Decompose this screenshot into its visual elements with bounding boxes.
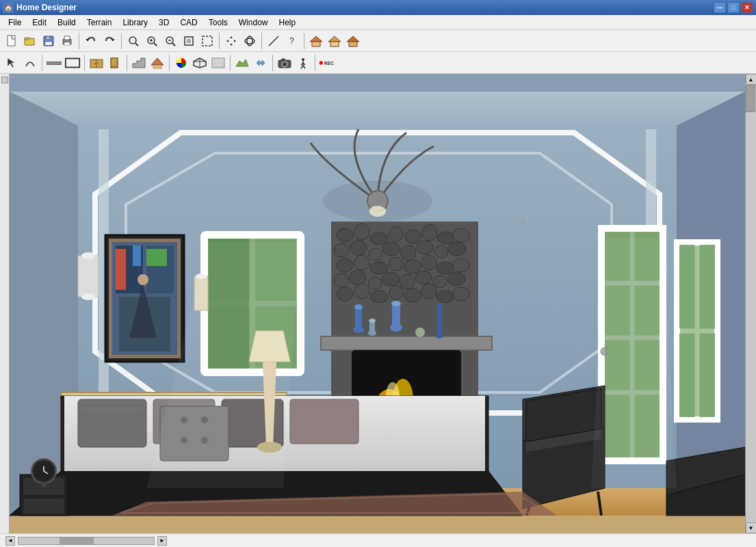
svg-marker-24 [230, 44, 233, 46]
canvas-area[interactable] [10, 74, 745, 533]
zoom-box-button[interactable] [198, 32, 216, 50]
svg-point-129 [415, 271, 432, 284]
menu-3d[interactable]: 3D [153, 15, 174, 29]
scroll-track[interactable] [746, 85, 756, 522]
scroll-down-arrow[interactable]: ▼ [746, 522, 757, 533]
window-title: Home Designer [16, 3, 714, 12]
arc-tool[interactable] [21, 54, 39, 72]
horizontal-scroll-thumb[interactable] [60, 537, 94, 544]
svg-point-104 [405, 230, 421, 243]
redo-button[interactable] [101, 32, 118, 50]
room-tool[interactable] [64, 54, 81, 72]
minimize-button[interactable]: — [714, 2, 726, 13]
svg-point-215 [41, 482, 47, 488]
svg-point-114 [434, 245, 448, 258]
main-area: ▲ ▼ [0, 74, 756, 533]
door-tool[interactable] [106, 54, 124, 72]
measure-button[interactable]: ? [283, 32, 301, 50]
orbit-button[interactable] [241, 32, 259, 50]
pan-button[interactable] [222, 32, 240, 50]
cabinet-tool[interactable] [88, 54, 105, 72]
menu-bar: File Edit Build Terrain Library 3D CAD T… [0, 15, 756, 30]
interior-view-button[interactable] [344, 32, 362, 50]
stair-tool[interactable] [130, 54, 148, 72]
svg-rect-4 [46, 36, 50, 40]
svg-rect-142 [355, 307, 362, 330]
svg-point-119 [389, 257, 403, 271]
menu-edit[interactable]: Edit [27, 15, 52, 29]
separator [169, 55, 170, 71]
svg-point-173 [81, 252, 95, 259]
svg-point-152 [415, 328, 425, 337]
separator [272, 55, 273, 71]
svg-point-143 [354, 304, 363, 310]
menu-help[interactable]: Help [273, 15, 301, 29]
svg-line-29 [269, 36, 278, 46]
zoom-fit-button[interactable] [180, 32, 198, 50]
roof-tool[interactable] [148, 54, 166, 72]
svg-line-14 [154, 43, 157, 46]
zoom-magnify-button[interactable] [125, 32, 142, 50]
floor-plan-button[interactable] [326, 32, 343, 50]
left-sidebar [0, 74, 10, 533]
horizontal-scroll-track[interactable] [18, 537, 155, 545]
material-tool[interactable] [191, 54, 209, 72]
svg-line-71 [303, 66, 305, 68]
toolbar-main: ? [0, 30, 756, 52]
maximize-button[interactable]: □ [727, 2, 740, 13]
wall-tool[interactable] [45, 54, 63, 72]
svg-point-117 [354, 255, 369, 270]
svg-point-93 [369, 206, 386, 217]
menu-cad[interactable]: CAD [174, 15, 203, 29]
svg-point-42 [94, 63, 96, 64]
svg-point-112 [401, 245, 416, 261]
svg-rect-36 [349, 42, 357, 46]
scroll-up-arrow[interactable]: ▲ [746, 74, 757, 85]
svg-point-151 [436, 334, 443, 338]
zoom-in-button[interactable] [143, 32, 161, 50]
svg-point-130 [433, 276, 447, 288]
svg-point-106 [437, 232, 455, 244]
menu-terrain[interactable]: Terrain [81, 15, 118, 29]
select-tool[interactable] [3, 54, 21, 72]
zoom-out-button[interactable] [161, 32, 179, 50]
walkthrough-tool[interactable] [294, 54, 312, 72]
new-button[interactable] [3, 32, 21, 50]
svg-point-124 [334, 274, 349, 287]
svg-rect-38 [47, 62, 62, 64]
texture-tool[interactable] [209, 54, 227, 72]
exterior-view-button[interactable] [307, 32, 325, 50]
open-button[interactable] [21, 32, 39, 50]
print-button[interactable] [58, 32, 76, 50]
svg-rect-150 [437, 304, 442, 336]
menu-tools[interactable]: Tools [203, 15, 233, 29]
toolbar-tools: REC [0, 52, 756, 74]
separator [42, 55, 42, 71]
svg-rect-21 [187, 39, 191, 43]
move-tool[interactable] [252, 54, 270, 72]
line-tool[interactable] [265, 32, 283, 50]
menu-window[interactable]: Window [233, 15, 274, 29]
menu-file[interactable]: File [3, 15, 27, 29]
h-scroll-left[interactable]: ◄ [5, 536, 15, 546]
svg-marker-33 [328, 36, 341, 42]
svg-point-131 [447, 272, 465, 286]
record-button[interactable]: REC [318, 54, 336, 72]
menu-library[interactable]: Library [117, 15, 153, 29]
svg-point-100 [337, 228, 353, 242]
svg-point-126 [368, 277, 382, 289]
close-button[interactable]: ✕ [741, 2, 753, 13]
room-scene[interactable] [10, 74, 745, 533]
color-tool[interactable] [172, 54, 190, 72]
h-scroll-right[interactable]: ► [157, 536, 167, 546]
vertical-scrollbar[interactable]: ▲ ▼ [745, 74, 756, 533]
menu-build[interactable]: Build [52, 15, 81, 29]
save-button[interactable] [40, 32, 57, 50]
svg-point-45 [116, 62, 118, 64]
scroll-thumb[interactable] [746, 85, 755, 112]
undo-button[interactable] [82, 32, 100, 50]
terrain-tool[interactable] [233, 54, 251, 72]
svg-rect-197 [78, 399, 146, 447]
svg-rect-202 [290, 399, 359, 444]
camera-tool[interactable] [276, 54, 294, 72]
